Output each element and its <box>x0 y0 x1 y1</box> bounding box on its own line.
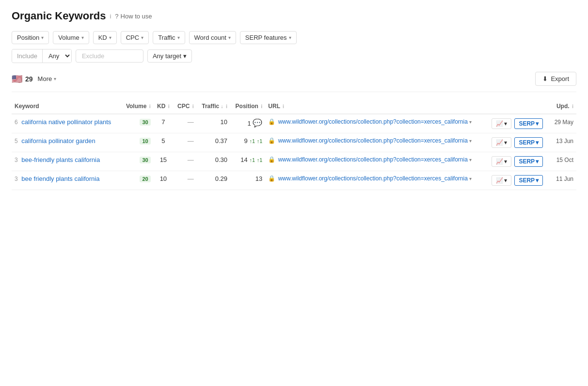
traffic-value: 0.30 <box>215 156 227 163</box>
traffic-cell: 0.29 <box>197 171 230 190</box>
traffic-filter[interactable]: Traffic ▾ <box>153 31 185 44</box>
cpc-filter[interactable]: CPC ▾ <box>121 31 149 44</box>
chevron-down-icon: ▾ <box>141 35 143 40</box>
traffic-value: 10 <box>221 118 227 126</box>
action-buttons-cell: 📈 ▾ SERP ▾ <box>489 133 550 152</box>
kd-filter[interactable]: KD ▾ <box>93 31 117 44</box>
export-button[interactable]: ⬇ Export <box>535 72 576 86</box>
title-info-icon[interactable]: i <box>110 13 111 20</box>
url-link[interactable]: www.wildflower.org/collections/collec­ti… <box>278 156 468 163</box>
url-info-icon[interactable]: i <box>283 103 284 109</box>
chevron-down-icon: ▾ <box>41 35 44 40</box>
cpc-value: — <box>188 175 194 182</box>
keyword-link[interactable]: bee friendly plants california <box>21 175 99 182</box>
upd-value: 29 May <box>555 119 573 126</box>
include-filter-box: Include Any All <box>12 49 72 63</box>
keyword-link[interactable]: california pollinator garden <box>21 137 95 145</box>
traffic-cell: 10 <box>197 114 230 133</box>
upd-value: 15 Oct <box>556 157 573 163</box>
cpc-cell: — <box>173 152 197 171</box>
exclude-input[interactable]: Exclude <box>76 49 143 63</box>
upd-cell: 29 May <box>550 114 576 133</box>
url-toggle-icon[interactable]: ▾ <box>469 119 472 125</box>
position-change: ↑1 <box>257 138 263 144</box>
volume-info-icon[interactable]: i <box>149 103 151 109</box>
url-link[interactable]: www.wildflower.org/collections/collec­ti… <box>278 137 468 144</box>
url-cell: 🔒 www.wildflower.org/collections/collec­… <box>265 152 489 171</box>
url-toggle-icon[interactable]: ▾ <box>469 157 472 162</box>
kd-value: 5 <box>161 137 165 145</box>
trend-icon: 📈 <box>496 139 503 146</box>
serp-button[interactable]: SERP ▾ <box>514 118 543 129</box>
position-cell: 14 ↑1 ↑1 <box>230 152 265 171</box>
more-button[interactable]: More ▾ <box>38 75 57 82</box>
volume-value: 30 <box>140 157 150 163</box>
include-select[interactable]: Any All <box>42 49 71 63</box>
volume-cell: 10 <box>121 133 154 152</box>
serp-button[interactable]: SERP ▾ <box>514 156 543 167</box>
serp-chevron-icon: ▾ <box>536 158 539 165</box>
col-kd: KD i <box>154 99 173 114</box>
sort-down-icon: ↓ <box>221 104 223 109</box>
cpc-value: — <box>188 118 194 126</box>
position-cell: 1 💬 <box>230 114 265 133</box>
lock-icon: 🔒 <box>268 137 275 144</box>
row-number: 5 <box>15 138 18 145</box>
trend-chevron-icon: ▾ <box>504 158 507 165</box>
button-group: 📈 ▾ SERP ▾ <box>492 137 547 148</box>
position-change: ↑1 <box>257 157 263 163</box>
question-icon: ? <box>115 13 118 20</box>
volume-filter[interactable]: Volume ▾ <box>53 31 89 44</box>
kd-value: 15 <box>160 156 167 163</box>
position-info-icon[interactable]: i <box>261 103 262 109</box>
position-change: ↑1 <box>249 157 255 163</box>
result-count: 🇺🇸 29 <box>12 74 33 84</box>
volume-value: 30 <box>140 119 150 126</box>
serp-button[interactable]: SERP ▾ <box>514 137 543 148</box>
url-toggle-icon[interactable]: ▾ <box>469 138 472 144</box>
keyword-cell: 6 california native pollinator plants <box>12 114 121 133</box>
trend-icon: 📈 <box>496 120 503 127</box>
trend-button[interactable]: 📈 ▾ <box>492 137 511 148</box>
url-link[interactable]: www.wildflower.org/collections/collec­ti… <box>278 175 468 182</box>
volume-cell: 30 <box>121 114 154 133</box>
any-target-filter[interactable]: Any target ▾ <box>147 49 192 63</box>
url-link[interactable]: www.wildflower.org/collections/collec­ti… <box>278 118 468 125</box>
lock-icon: 🔒 <box>268 175 275 182</box>
serp-features-filter[interactable]: SERP features ▾ <box>240 31 297 44</box>
trend-chevron-icon: ▾ <box>504 177 507 184</box>
upd-cell: 11 Jun <box>550 171 576 190</box>
how-to-use-link[interactable]: ? How to use <box>115 13 152 20</box>
page-title: Organic Keywords <box>12 10 106 22</box>
upd-value: 11 Jun <box>556 176 573 182</box>
serp-button[interactable]: SERP ▾ <box>514 175 543 186</box>
results-bar: 🇺🇸 29 More ▾ ⬇ Export <box>12 72 576 92</box>
filter-row-2: Include Any All Exclude Any target ▾ <box>12 49 576 63</box>
serp-label: SERP <box>519 139 535 146</box>
kd-info-icon[interactable]: i <box>168 103 170 109</box>
keyword-link[interactable]: bee-friendly plants california <box>21 156 100 163</box>
lock-icon: 🔒 <box>268 118 275 125</box>
chevron-down-icon: ▾ <box>183 52 187 60</box>
trend-button[interactable]: 📈 ▾ <box>492 118 511 129</box>
page-title-area: Organic Keywords i ? How to use <box>12 10 576 22</box>
chat-icon[interactable]: 💬 <box>253 119 262 127</box>
upd-cell: 15 Oct <box>550 152 576 171</box>
position-filter[interactable]: Position ▾ <box>12 31 49 44</box>
serp-label: SERP <box>519 120 535 127</box>
table-row: 5 california pollinator garden 105—0.379… <box>12 133 576 152</box>
include-label: Include <box>12 50 42 62</box>
row-number: 6 <box>15 119 18 126</box>
word-count-filter[interactable]: Word count ▾ <box>189 31 236 44</box>
trend-button[interactable]: 📈 ▾ <box>492 156 511 167</box>
url-toggle-icon[interactable]: ▾ <box>469 176 472 181</box>
cpc-info-icon[interactable]: i <box>192 103 194 109</box>
keyword-link[interactable]: california native pollinator plants <box>21 118 111 126</box>
col-cpc: CPC i <box>173 99 197 114</box>
trend-button[interactable]: 📈 ▾ <box>492 175 511 186</box>
button-group: 📈 ▾ SERP ▾ <box>492 156 547 167</box>
col-position: Position i <box>230 99 265 114</box>
trend-icon: 📈 <box>496 177 503 184</box>
upd-info-icon[interactable]: i <box>572 103 573 109</box>
traffic-info-icon[interactable]: i <box>226 103 227 109</box>
